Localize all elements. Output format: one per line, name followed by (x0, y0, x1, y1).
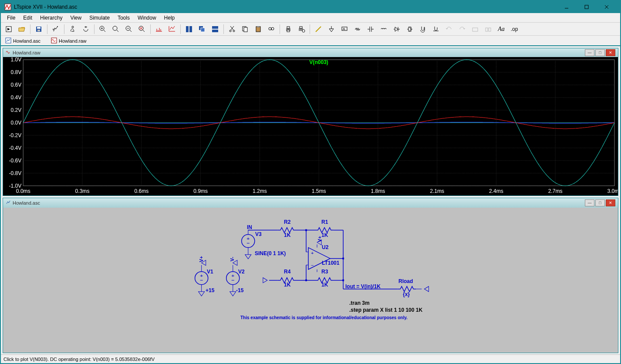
rotate-icon[interactable] (469, 24, 481, 35)
draw-wire-icon[interactable] (312, 24, 324, 35)
svg-point-10 (57, 26, 58, 27)
mdi-maximize-button[interactable]: □ (595, 199, 605, 206)
find-icon[interactable] (265, 24, 277, 35)
menu-edit[interactable]: Edit (20, 14, 36, 22)
menu-view[interactable]: View (67, 14, 85, 22)
run-icon[interactable] (67, 24, 79, 35)
svg-text:V(n003): V(n003) (309, 59, 328, 65)
svg-rect-28 (201, 28, 205, 32)
annotation-iout: Iout = V(in)/1K (345, 283, 381, 290)
copy-icon[interactable] (239, 24, 251, 35)
mdi-maximize-button[interactable]: □ (595, 49, 605, 56)
new-schematic-icon[interactable] (3, 24, 15, 35)
svg-text:−: − (311, 263, 314, 268)
cascade-windows-icon[interactable] (196, 24, 208, 35)
svg-rect-25 (186, 26, 189, 32)
component-icon[interactable] (404, 24, 416, 35)
redo-icon[interactable] (456, 24, 468, 35)
svg-point-16 (113, 26, 117, 30)
mdi-minimize-button[interactable]: — (585, 49, 594, 56)
svg-point-147 (195, 272, 208, 285)
save-icon[interactable] (33, 24, 45, 35)
mdi-close-button[interactable]: ✕ (606, 49, 615, 56)
svg-text:3.0ms: 3.0ms (608, 188, 618, 194)
comp-value-v2: -15 (236, 287, 243, 293)
comp-label-v1: V1 (207, 269, 213, 275)
waveform-plot[interactable]: 0.0ms0.3ms0.6ms0.9ms1.2ms1.5ms1.8ms2.1ms… (3, 57, 618, 195)
svg-text:1.2ms: 1.2ms (253, 188, 267, 194)
open-icon[interactable] (16, 24, 28, 35)
svg-line-13 (104, 30, 105, 32)
svg-rect-8 (37, 27, 40, 29)
net-label-vminus: V- (230, 257, 235, 261)
zoom-out-icon[interactable] (123, 24, 135, 35)
schematic-window-titlebar[interactable]: Howland.asc — □ ✕ (3, 198, 618, 208)
paste-icon[interactable] (252, 24, 264, 35)
svg-point-31 (230, 30, 231, 32)
comp-value-r4: 1K (284, 282, 290, 288)
mdi-minimize-button[interactable]: — (585, 199, 594, 206)
menu-file[interactable]: File (3, 14, 19, 22)
drag-icon[interactable] (430, 24, 442, 35)
plot-area[interactable]: 0.0ms0.3ms0.6ms0.9ms1.2ms1.5ms1.8ms2.1ms… (3, 57, 618, 195)
status-text: Click to plot V(N003). DC operating poin… (3, 357, 155, 362)
comp-value-r3: 1K (321, 282, 328, 288)
print-setup-icon[interactable] (295, 24, 307, 35)
toolbar: A Aa .op (1, 23, 620, 36)
minimize-button[interactable] (557, 1, 577, 13)
mirror-icon[interactable] (482, 24, 494, 35)
svg-text:1.0V: 1.0V (10, 57, 21, 63)
zoom-in-icon[interactable] (97, 24, 109, 35)
text-icon[interactable]: Aa (495, 24, 507, 35)
svg-point-47 (302, 30, 305, 32)
svg-text:2.1ms: 2.1ms (430, 188, 444, 194)
menu-simulate[interactable]: Simulate (86, 14, 113, 22)
zoom-fit-icon[interactable] (136, 24, 148, 35)
ground-icon[interactable] (325, 24, 338, 35)
resistor-icon[interactable] (351, 24, 364, 35)
menu-hierarchy[interactable]: Hierarchy (37, 14, 66, 22)
spice-directive-icon[interactable]: .op (508, 24, 520, 35)
titlebar[interactable]: LTspice XVII - Howland.asc (1, 1, 620, 13)
cut-icon[interactable] (226, 24, 238, 35)
diode-icon[interactable] (391, 24, 403, 35)
svg-rect-65 (51, 38, 57, 43)
svg-text:0.2V: 0.2V (10, 107, 21, 113)
comp-label-v2: V2 (238, 269, 245, 275)
net-label-vplus-u2: V+ (317, 236, 322, 242)
menu-help[interactable]: Help (161, 14, 179, 22)
autorange-x-icon[interactable] (153, 24, 165, 35)
undo-icon[interactable] (443, 24, 455, 35)
control-panel-icon[interactable] (50, 24, 62, 35)
move-icon[interactable] (417, 24, 429, 35)
comp-label-r3: R3 (321, 269, 328, 275)
schematic-canvas[interactable]: +− IN V3 SINE(0 1 1K) R2 1K R1 1K U2 LT1… (3, 208, 618, 353)
menu-tools[interactable]: Tools (114, 14, 133, 22)
maximize-button[interactable] (577, 1, 597, 13)
mdi-close-button[interactable]: ✕ (606, 199, 615, 206)
comp-label-v3: V3 (255, 231, 262, 237)
menu-window[interactable]: Window (134, 14, 160, 22)
label-net-icon[interactable]: A (338, 24, 351, 35)
capacitor-icon[interactable] (364, 24, 377, 35)
svg-text:-1.0V: -1.0V (9, 183, 21, 189)
tab-schematic[interactable]: Howland.asc (3, 37, 43, 45)
plot-window: Howland.raw — □ ✕ 0.0ms0.3ms0.6ms0.9ms1.… (3, 48, 618, 196)
inductor-icon[interactable] (378, 24, 390, 35)
pan-icon[interactable] (110, 24, 122, 35)
svg-text:-0.4V: -0.4V (9, 145, 21, 151)
tab-waveform[interactable]: Howland.raw (48, 37, 89, 45)
svg-text:0.0ms: 0.0ms (16, 188, 30, 194)
print-icon[interactable] (282, 24, 294, 35)
close-window-icon[interactable] (209, 24, 221, 35)
halt-icon[interactable] (80, 24, 92, 35)
autorange-y-icon[interactable] (166, 24, 178, 35)
svg-rect-38 (257, 26, 260, 27)
statusbar: Click to plot V(N003). DC operating poin… (1, 354, 620, 363)
close-button[interactable] (597, 1, 617, 13)
tile-windows-icon[interactable] (183, 24, 195, 35)
net-label-in: IN (247, 224, 252, 230)
comp-label-u2-part: LT1001 (322, 260, 339, 266)
plot-window-titlebar[interactable]: Howland.raw — □ ✕ (3, 48, 618, 57)
svg-line-22 (143, 30, 145, 32)
